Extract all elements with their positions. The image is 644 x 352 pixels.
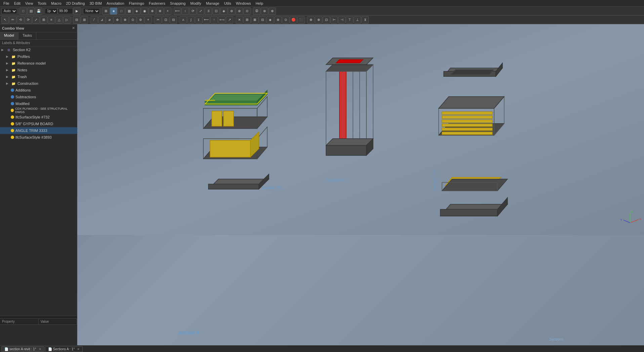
tb2-41[interactable]: ⊡ bbox=[323, 16, 330, 24]
tb-save[interactable]: 💾 bbox=[35, 7, 42, 15]
tb-nav4[interactable]: ⊡ bbox=[212, 7, 220, 15]
tb2-20[interactable]: ✂ bbox=[154, 16, 162, 24]
workbench-dropdown[interactable]: Auto bbox=[1, 8, 17, 14]
menu-fasteners[interactable]: Fasteners bbox=[147, 1, 167, 6]
tb2-38[interactable]: ⬛ bbox=[297, 16, 305, 24]
tb2-45[interactable]: ⊥ bbox=[354, 16, 361, 24]
tb-new[interactable]: □ bbox=[19, 7, 27, 15]
tb2-1[interactable]: ↖ bbox=[1, 16, 9, 24]
tb2-9[interactable]: ▷ bbox=[63, 16, 71, 24]
tb2-40[interactable]: ⊗ bbox=[315, 16, 322, 24]
tb2-29[interactable]: ↗ bbox=[226, 16, 233, 24]
tb2-2[interactable]: ✏ bbox=[9, 16, 16, 24]
tb-shade8[interactable]: + bbox=[164, 7, 171, 15]
unit-dropdown[interactable]: 1p bbox=[45, 8, 57, 14]
tb2-18[interactable]: ⊚ bbox=[137, 16, 144, 24]
menu-annotation[interactable]: Annotation bbox=[105, 1, 126, 6]
tb-measure1[interactable]: ⟵ bbox=[174, 7, 181, 15]
tree-modified[interactable]: ▶ Modified bbox=[0, 100, 77, 107]
tb-nav3[interactable]: ⧖ bbox=[205, 7, 212, 15]
doc-tab-section-a[interactable]: 📄 section A revit : 1° ✕ bbox=[1, 346, 44, 352]
doc-tab-close[interactable]: ✕ bbox=[39, 347, 41, 351]
tb-c3[interactable]: ⊕ bbox=[269, 7, 276, 15]
tb-shade1[interactable]: ■ bbox=[110, 7, 117, 15]
viewport-3d[interactable]: Section P1 Section K1 Section L1 X Z Y s… bbox=[77, 24, 644, 345]
tb2-30[interactable]: ✕ bbox=[236, 16, 243, 24]
tb2-11[interactable]: ⊞ bbox=[81, 16, 88, 24]
tb2-12[interactable]: ∕ bbox=[90, 16, 98, 24]
tb-arrow[interactable]: ▶ bbox=[73, 7, 81, 15]
tree-notes[interactable]: ▶ 📁 Notes bbox=[0, 67, 77, 73]
tb2-4[interactable]: ⟳ bbox=[25, 16, 32, 24]
scale-input[interactable] bbox=[58, 8, 73, 14]
menu-2ddrafting[interactable]: 2D Drafting bbox=[64, 1, 87, 6]
tb-shade3[interactable]: ▦ bbox=[125, 7, 133, 15]
tb-nav8[interactable]: ⊙ bbox=[243, 7, 251, 15]
tb-nav6[interactable]: ⊚ bbox=[228, 7, 235, 15]
tab-tasks[interactable]: Tasks bbox=[18, 32, 36, 39]
menu-edit[interactable]: Edit bbox=[12, 1, 23, 6]
menu-windows[interactable]: Windows bbox=[234, 1, 253, 6]
tab-model[interactable]: Model bbox=[0, 32, 18, 39]
menu-view[interactable]: View bbox=[23, 1, 35, 6]
tb2-19[interactable]: + bbox=[145, 16, 152, 24]
tb2-44[interactable]: ⊤ bbox=[346, 16, 353, 24]
tb-shade6[interactable]: ⊕ bbox=[149, 7, 156, 15]
menu-flamingo[interactable]: Flamingo bbox=[127, 1, 146, 6]
tb2-26[interactable]: ⟵ bbox=[203, 16, 210, 24]
tb2-43[interactable]: ⊣ bbox=[338, 16, 346, 24]
menu-file[interactable]: File bbox=[1, 1, 11, 6]
menu-utils[interactable]: Utils bbox=[222, 1, 233, 6]
tb2-27[interactable]: ↑ bbox=[210, 16, 218, 24]
tb-grid[interactable]: ⊞ bbox=[102, 7, 110, 15]
tb2-3[interactable]: ⟲ bbox=[17, 16, 24, 24]
tb-c1[interactable]: ⦿ bbox=[253, 7, 260, 15]
tb2-35[interactable]: ⊛ bbox=[274, 16, 282, 24]
tb-open[interactable]: ▤ bbox=[27, 7, 35, 15]
tree-additions[interactable]: ▶ Additions bbox=[0, 87, 77, 94]
tree-section-k2[interactable]: ▶ ⊞ Section K2 bbox=[0, 46, 77, 53]
tb2-21[interactable]: ⊡ bbox=[162, 16, 169, 24]
menu-modify[interactable]: Modify bbox=[188, 1, 203, 6]
tree-trash[interactable]: ▶ 📁 Trash bbox=[0, 73, 77, 80]
menu-tools[interactable]: Tools bbox=[36, 1, 48, 6]
menu-help[interactable]: Help bbox=[253, 1, 265, 6]
tree-construction[interactable]: ▶ 📁 Construction bbox=[0, 80, 77, 87]
tb-shade4[interactable]: ◈ bbox=[133, 7, 140, 15]
menu-3dbim[interactable]: 3D BIM bbox=[87, 1, 104, 6]
tb-shade7[interactable]: ⊗ bbox=[156, 7, 164, 15]
tb-shade5[interactable]: ◉ bbox=[141, 7, 148, 15]
tb-nav7[interactable]: ⊛ bbox=[236, 7, 243, 15]
tb-c2[interactable]: ⊛ bbox=[261, 7, 268, 15]
tb2-7[interactable]: ≡ bbox=[48, 16, 55, 24]
tb-nav5[interactable]: ◈ bbox=[220, 7, 228, 15]
doc-tab-close[interactable]: ✕ bbox=[77, 347, 80, 351]
menu-snapping[interactable]: Snapping bbox=[168, 1, 188, 6]
tree-ifc732[interactable]: ▶ IfcSurfaceStyle #732 bbox=[0, 114, 77, 120]
selection-dropdown[interactable]: None bbox=[83, 8, 100, 14]
tb2-14[interactable]: ⌀ bbox=[106, 16, 113, 24]
tb2-25[interactable]: Σ bbox=[195, 16, 202, 24]
tb2-16[interactable]: ⊗ bbox=[121, 16, 129, 24]
combo-view-close[interactable]: ✕ bbox=[72, 26, 75, 30]
tree-profiles[interactable]: ▶ 📁 Profiles bbox=[0, 53, 77, 60]
tb2-37[interactable]: 🔴 bbox=[290, 16, 297, 24]
tb2-8[interactable]: △ bbox=[55, 16, 63, 24]
tb2-39[interactable]: ⊕ bbox=[307, 16, 315, 24]
tb2-22[interactable]: ⊟ bbox=[170, 16, 177, 24]
tb2-31[interactable]: ⊞ bbox=[243, 16, 251, 24]
tree-scrollbar[interactable] bbox=[0, 316, 77, 318]
tree-angletrim[interactable]: ▶ ANGLE TRIM 3333 bbox=[0, 127, 77, 134]
tb-nav1[interactable]: ⟳ bbox=[189, 7, 197, 15]
tb2-28[interactable]: ⟻ bbox=[218, 16, 226, 24]
tb2-13[interactable]: ⊿ bbox=[98, 16, 106, 24]
tb2-15[interactable]: ⊕ bbox=[114, 16, 121, 24]
tree-refmodel[interactable]: ▶ 📁 Reference model bbox=[0, 60, 77, 67]
tb-nav2[interactable]: ⤢ bbox=[197, 7, 204, 15]
menu-manage[interactable]: Manage bbox=[204, 1, 222, 6]
tb2-32[interactable]: ⊠ bbox=[251, 16, 258, 24]
tree-subtractions[interactable]: ▶ Subtractions bbox=[0, 94, 77, 100]
tb2-24[interactable]: ∫ bbox=[187, 16, 195, 24]
tb2-46[interactable]: ⊻ bbox=[361, 16, 369, 24]
tb2-10[interactable]: ⊟ bbox=[73, 16, 80, 24]
